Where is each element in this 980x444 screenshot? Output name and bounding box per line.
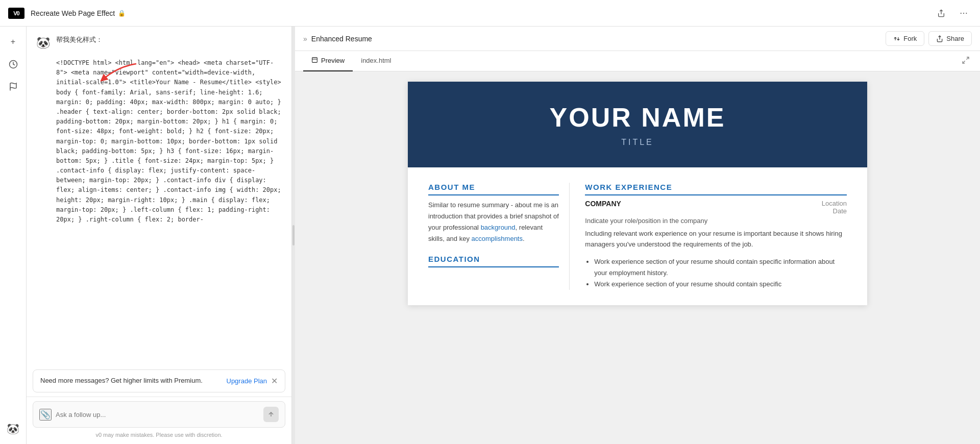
- code-message: <!DOCTYPE html> <html lang="en"> <head> …: [35, 58, 283, 225]
- user-message-text: 帮我美化样式：: [56, 35, 283, 45]
- company-location-date: Location Date: [822, 200, 847, 215]
- work-section-title: WORK EXPERIENCE: [585, 183, 847, 195]
- about-highlight-background: background: [481, 224, 516, 231]
- sidebar-icons: + 🐼: [0, 27, 27, 444]
- panel-splitter[interactable]: [292, 27, 295, 444]
- expand-button[interactable]: [960, 54, 972, 68]
- chat-panel: 🐼 帮我美化样式： <!DOCTYPE html> <ht: [27, 27, 292, 444]
- preview-panel: » Enhanced Resume Fork Share Preview ind…: [295, 27, 980, 444]
- work-bullets-list: Work experience section of your resume s…: [585, 256, 847, 290]
- company-header-row: COMPANY Location Date: [585, 200, 847, 215]
- education-section-title: EDUCATION: [428, 255, 559, 267]
- chat-input-field[interactable]: [56, 411, 259, 418]
- resume-body: ABOUT ME Similar to resume summary - abo…: [408, 167, 867, 305]
- chat-input-area: 📎 v0 may make mistakes. Please use with …: [27, 397, 291, 444]
- preview-tab-icon: [311, 57, 318, 65]
- share-button[interactable]: Share: [928, 31, 972, 46]
- title-text: Recreate Web Page Effect: [31, 9, 115, 17]
- company-name: COMPANY: [585, 200, 621, 208]
- fork-button[interactable]: Fork: [886, 31, 924, 46]
- chat-input-box: 📎: [33, 401, 285, 428]
- user-avatar: 🐼: [35, 35, 51, 51]
- upgrade-banner-text: Need more messages? Get higher limits wi…: [40, 376, 220, 385]
- about-text: Similar to resume summary - about me is …: [428, 200, 559, 244]
- upgrade-plan-link[interactable]: Upgrade Plan: [227, 377, 267, 385]
- tab-preview[interactable]: Preview: [303, 51, 353, 71]
- user-avatar-bottom: 🐼: [4, 420, 22, 438]
- splitter-handle: [292, 225, 295, 245]
- disclaimer-text: v0 may make mistakes. Please use with di…: [33, 432, 285, 438]
- resume-left-column: ABOUT ME Similar to resume summary - abo…: [428, 183, 570, 290]
- preview-tabs: Preview index.html: [295, 51, 980, 71]
- about-section-title: ABOUT ME: [428, 183, 559, 195]
- panel-icon: »: [303, 35, 307, 43]
- work-bullet-2: Work experience section of your resume s…: [594, 279, 847, 290]
- resume-right-column: WORK EXPERIENCE COMPANY Location Date In…: [585, 183, 847, 290]
- preview-header: » Enhanced Resume Fork Share: [295, 27, 980, 51]
- resume-name: YOUR NAME: [438, 102, 837, 133]
- preview-content: YOUR NAME TITLE ABOUT ME Similar to resu…: [295, 71, 980, 444]
- history-button[interactable]: [4, 55, 22, 73]
- resume-title: TITLE: [438, 138, 837, 147]
- upgrade-close-button[interactable]: ✕: [271, 376, 278, 386]
- attachment-button[interactable]: 📎: [39, 409, 52, 421]
- lock-icon: 🔒: [118, 10, 126, 17]
- topbar: V0 Recreate Web Page Effect 🔒 ⋯: [0, 0, 980, 27]
- work-description: Including relevant work experience on yo…: [585, 229, 847, 250]
- send-button[interactable]: [263, 407, 279, 422]
- company-date: Date: [822, 207, 847, 215]
- share-upload-button[interactable]: [933, 5, 949, 21]
- company-role: Indicate your role/position in the compa…: [585, 217, 847, 225]
- add-button[interactable]: +: [4, 33, 22, 51]
- svg-rect-6: [312, 57, 317, 62]
- flag-button[interactable]: [4, 78, 22, 96]
- svg-line-7: [966, 57, 969, 60]
- svg-line-8: [963, 61, 965, 63]
- upgrade-banner: Need more messages? Get higher limits wi…: [33, 369, 285, 392]
- resume-header-section: YOUR NAME TITLE: [408, 82, 867, 167]
- preview-panel-title: Enhanced Resume: [311, 35, 372, 43]
- tab-code[interactable]: index.html: [353, 51, 399, 71]
- resume-card: YOUR NAME TITLE ABOUT ME Similar to resu…: [408, 82, 867, 305]
- chat-messages: 🐼 帮我美化样式： <!DOCTYPE html> <ht: [27, 27, 291, 369]
- more-options-button[interactable]: ⋯: [955, 5, 972, 21]
- company-location: Location: [822, 200, 847, 207]
- user-message: 🐼 帮我美化样式：: [35, 35, 283, 51]
- main-layout: + 🐼 🐼 帮我美化样式：: [0, 27, 980, 444]
- code-block: <!DOCTYPE html> <html lang="en"> <head> …: [56, 58, 283, 225]
- about-highlight-accomplishments: accomplishments: [472, 235, 523, 242]
- app-title: Recreate Web Page Effect 🔒: [31, 9, 126, 17]
- app-logo: V0: [8, 8, 24, 19]
- work-bullet-1: Work experience section of your resume s…: [594, 256, 847, 279]
- user-message-content: 帮我美化样式：: [56, 35, 283, 45]
- code-message-content: <!DOCTYPE html> <html lang="en"> <head> …: [56, 58, 283, 225]
